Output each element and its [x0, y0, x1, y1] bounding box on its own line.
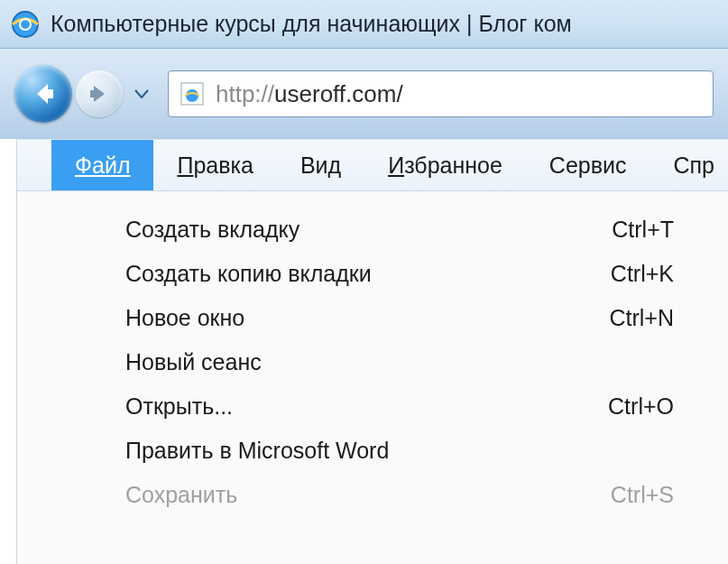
address-bar[interactable]: http://useroff.com/ [168, 70, 714, 117]
svg-point-0 [13, 12, 38, 37]
menuitem-label: Править в Microsoft Word [125, 438, 674, 464]
menuitem-duplicate-tab[interactable]: Создать копию вкладки Ctrl+K [17, 252, 728, 296]
window-title: Компьютерные курсы для начинающих | Блог… [51, 11, 572, 37]
address-protocol: http:// [216, 80, 274, 107]
menu-tools-label: Сервис [549, 153, 627, 179]
menuitem-shortcut: Ctrl+S [611, 482, 692, 508]
menuitem-edit-in-word[interactable]: Править в Microsoft Word [17, 429, 728, 473]
file-menu-dropdown: Создать вкладку Ctrl+T Создать копию вкл… [16, 191, 728, 564]
navigation-toolbar: http://useroff.com/ [0, 49, 728, 139]
menuitem-shortcut: Ctrl+N [609, 305, 692, 331]
menuitem-label: Новый сеанс [125, 349, 674, 375]
address-text: http://useroff.com/ [216, 80, 403, 108]
menuitem-label: Сохранить [125, 482, 611, 508]
menu-file-label: Файл [75, 153, 130, 178]
menu-file[interactable]: Файл [51, 140, 153, 190]
menu-help[interactable]: Спр [650, 140, 728, 190]
window-titlebar: Компьютерные курсы для начинающих | Блог… [0, 0, 728, 49]
svg-point-3 [186, 89, 198, 102]
page-favicon-icon [180, 81, 205, 106]
menu-tools[interactable]: Сервис [526, 140, 650, 190]
menubar: Файл Правка Вид Избранное Сервис Спр [16, 139, 728, 191]
menuitem-label: Создать копию вкладки [125, 261, 611, 287]
menu-favorites[interactable]: Избранное [364, 140, 526, 190]
menuitem-open[interactable]: Открыть... Ctrl+O [17, 384, 728, 429]
menuitem-label: Создать вкладку [125, 217, 612, 243]
ie-logo-icon [9, 8, 41, 41]
menuitem-new-session[interactable]: Новый сеанс [17, 340, 728, 384]
menuitem-new-window[interactable]: Новое окно Ctrl+N [17, 296, 728, 340]
menuitem-new-tab[interactable]: Создать вкладку Ctrl+T [17, 208, 728, 252]
forward-arrow-icon [88, 83, 110, 105]
forward-button[interactable] [76, 70, 123, 117]
menuitem-shortcut: Ctrl+T [612, 217, 692, 243]
menu-help-label: Спр [673, 153, 714, 179]
menuitem-shortcut: Ctrl+O [608, 393, 692, 420]
menuitem-label: Новое окно [125, 305, 609, 331]
address-host: useroff.com/ [274, 80, 403, 107]
back-arrow-icon [30, 80, 57, 107]
menuitem-label: Открыть... [125, 393, 608, 420]
menuitem-save: Сохранить Ctrl+S [17, 473, 728, 517]
menu-view[interactable]: Вид [277, 140, 364, 190]
menu-edit[interactable]: Правка [153, 140, 276, 190]
menu-view-label: Вид [300, 153, 341, 179]
menuitem-shortcut: Ctrl+K [611, 261, 692, 287]
recent-pages-dropdown[interactable] [134, 88, 157, 99]
back-button[interactable] [14, 65, 72, 123]
menu-favorites-label: Избранное [388, 153, 502, 179]
menu-edit-label: Правка [177, 153, 253, 179]
